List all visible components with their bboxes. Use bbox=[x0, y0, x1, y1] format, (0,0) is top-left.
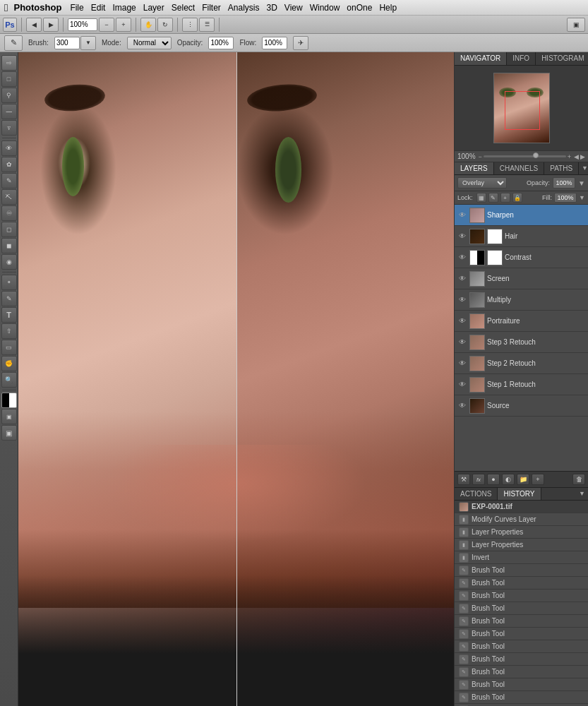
brush-settings-button[interactable]: ▼ bbox=[80, 36, 96, 50]
history-header[interactable]: EXP-0001.tif bbox=[455, 501, 588, 513]
clone-stamp-tool[interactable]: ⛏ bbox=[1, 189, 17, 205]
zoom-input[interactable]: 100% bbox=[68, 18, 97, 31]
pen-tool[interactable]: ✎ bbox=[1, 291, 17, 306]
history-item-14[interactable]: ✎Brush Tool bbox=[455, 691, 588, 704]
screen-mode-tool[interactable]: ▣ bbox=[1, 425, 17, 441]
zoom-out-button[interactable]: − bbox=[99, 18, 114, 32]
history-item-6[interactable]: ✎Brush Tool bbox=[455, 590, 588, 602]
layer-item-step-2-retouch[interactable]: 👁Step 2 Retouch bbox=[455, 353, 588, 374]
layer-fx-btn[interactable]: fx bbox=[472, 474, 485, 485]
crop-tool[interactable]: ⍒ bbox=[1, 120, 17, 136]
lock-position-btn[interactable]: + bbox=[500, 193, 510, 203]
menu-edit[interactable]: Edit bbox=[91, 3, 106, 13]
history-item-2[interactable]: ▮Layer Properties bbox=[455, 539, 588, 551]
layer-group-btn[interactable]: 📁 bbox=[517, 474, 529, 485]
layer-eye-1[interactable]: 👁 bbox=[457, 232, 467, 241]
ps-home-button[interactable]: Ps bbox=[3, 18, 17, 32]
layer-item-sharpen[interactable]: 👁Sharpen bbox=[455, 205, 588, 226]
nav-left-arrow[interactable]: ◀ bbox=[574, 153, 579, 160]
layer-item-step-3-retouch[interactable]: 👁Step 3 Retouch bbox=[455, 332, 588, 353]
hand-tool-button[interactable]: ✋ bbox=[140, 18, 156, 32]
blend-mode-select[interactable]: Overlay bbox=[457, 177, 507, 189]
lock-all-btn[interactable]: 🔒 bbox=[512, 193, 522, 203]
zoom-slider[interactable] bbox=[484, 155, 566, 157]
zoom-in-button[interactable]: + bbox=[116, 18, 131, 32]
opacity-arrow[interactable]: ▼ bbox=[578, 179, 585, 187]
text-tool[interactable]: T bbox=[1, 307, 17, 323]
foreground-bg-color[interactable] bbox=[1, 393, 17, 408]
menu-onone[interactable]: onOne bbox=[347, 3, 372, 13]
layer-eye-0[interactable]: 👁 bbox=[457, 210, 467, 220]
tab-actions[interactable]: ACTIONS bbox=[455, 488, 498, 500]
fill-arrow[interactable]: ▼ bbox=[579, 194, 585, 201]
layer-eye-3[interactable]: 👁 bbox=[457, 274, 467, 284]
tab-info[interactable]: INFO bbox=[507, 52, 536, 65]
layer-item-portraiture[interactable]: 👁Portraiture bbox=[455, 311, 588, 332]
layer-item-contrast[interactable]: 👁Contrast bbox=[455, 247, 588, 268]
tab-histogram[interactable]: HISTOGRAM bbox=[536, 52, 588, 65]
move-tool[interactable]: ⇨ bbox=[1, 55, 17, 71]
menu-select[interactable]: Select bbox=[172, 3, 195, 13]
select-rect-tool[interactable]: □ bbox=[1, 71, 17, 87]
history-item-8[interactable]: ✎Brush Tool bbox=[455, 615, 588, 628]
layer-delete-btn[interactable]: 🗑 bbox=[572, 474, 585, 485]
quick-mask-tool[interactable]: ▣ bbox=[1, 409, 17, 424]
nav-right-arrow[interactable]: ▶ bbox=[580, 153, 585, 160]
history-item-1[interactable]: ▮Layer Properties bbox=[455, 526, 588, 539]
flow-input[interactable]: 100% bbox=[262, 37, 287, 49]
fill-value[interactable]: 100% bbox=[554, 193, 577, 203]
opacity-input[interactable]: 100% bbox=[208, 37, 234, 49]
extras-button[interactable]: ⋮ bbox=[182, 18, 198, 32]
history-item-9[interactable]: ✎Brush Tool bbox=[455, 628, 588, 640]
menu-layer[interactable]: Layer bbox=[143, 3, 164, 13]
history-item-11[interactable]: ✎Brush Tool bbox=[455, 653, 588, 666]
layer-eye-6[interactable]: 👁 bbox=[457, 337, 467, 347]
blur-tool[interactable]: ◉ bbox=[1, 254, 17, 270]
dodge-tool[interactable]: ⚬ bbox=[1, 275, 17, 290]
layer-item-hair[interactable]: 👁Hair bbox=[455, 226, 588, 247]
layer-eye-9[interactable]: 👁 bbox=[457, 401, 467, 411]
path-select-tool[interactable]: ⇧ bbox=[1, 323, 17, 339]
brush-tool-icon[interactable]: ✎ bbox=[4, 35, 23, 51]
layers-panel-menu[interactable]: ▼ bbox=[579, 162, 588, 174]
tab-layers[interactable]: LAYERS bbox=[455, 162, 494, 174]
layer-link-btn[interactable]: ⚒ bbox=[457, 474, 470, 485]
shape-tool[interactable]: ▭ bbox=[1, 340, 17, 355]
history-item-12[interactable]: ✎Brush Tool bbox=[455, 666, 588, 678]
screen-mode-button[interactable]: ▣ bbox=[567, 18, 585, 32]
eraser-tool[interactable]: ◻ bbox=[1, 222, 17, 237]
layer-eye-4[interactable]: 👁 bbox=[457, 295, 467, 305]
mode-select[interactable]: Normal bbox=[127, 37, 172, 49]
menu-help[interactable]: Help bbox=[379, 3, 397, 13]
menu-file[interactable]: File bbox=[70, 3, 83, 13]
rotate-button[interactable]: ↻ bbox=[157, 18, 173, 32]
history-item-4[interactable]: ✎Brush Tool bbox=[455, 564, 588, 577]
tab-history[interactable]: HISTORY bbox=[498, 488, 541, 500]
lock-image-btn[interactable]: ✎ bbox=[488, 193, 498, 203]
spot-heal-tool[interactable]: ✿ bbox=[1, 157, 17, 172]
lock-transparent-btn[interactable]: ▦ bbox=[476, 193, 486, 203]
menu-view[interactable]: View bbox=[284, 3, 303, 13]
layer-item-multiply[interactable]: 👁Multiply bbox=[455, 289, 588, 311]
layer-item-step-1-retouch[interactable]: 👁Step 1 Retouch bbox=[455, 374, 588, 395]
layer-item-screen[interactable]: 👁Screen bbox=[455, 268, 588, 289]
gradient-tool[interactable]: ◼ bbox=[1, 238, 17, 253]
history-item-10[interactable]: ✎Brush Tool bbox=[455, 640, 588, 653]
history-item-7[interactable]: ✎Brush Tool bbox=[455, 602, 588, 615]
menu-window[interactable]: Window bbox=[310, 3, 340, 13]
layer-eye-5[interactable]: 👁 bbox=[457, 316, 467, 326]
hand-tool[interactable]: ✊ bbox=[1, 356, 17, 371]
history-item-13[interactable]: ✎Brush Tool bbox=[455, 678, 588, 691]
history-brush-tool[interactable]: ♾ bbox=[1, 205, 17, 221]
layer-item-source[interactable]: 👁Source bbox=[455, 395, 588, 417]
history-panel-menu[interactable]: ▼ bbox=[576, 488, 588, 500]
layer-eye-8[interactable]: 👁 bbox=[457, 380, 467, 390]
opacity-value[interactable]: 100% bbox=[553, 177, 575, 189]
layer-new-btn[interactable]: + bbox=[532, 474, 544, 485]
layer-mask-btn[interactable]: ● bbox=[487, 474, 500, 485]
layer-eye-2[interactable]: 👁 bbox=[457, 253, 467, 263]
brush-size-input[interactable]: 300 bbox=[54, 37, 80, 49]
menu-3d[interactable]: 3D bbox=[267, 3, 277, 13]
menu-filter[interactable]: Filter bbox=[202, 3, 221, 13]
brush-tool[interactable]: ✎ bbox=[1, 173, 17, 189]
